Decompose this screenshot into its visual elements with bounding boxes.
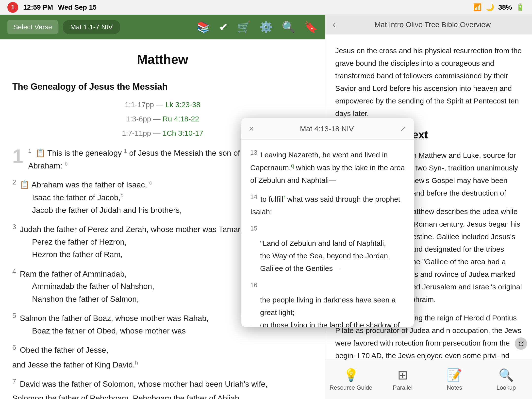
parallel-label: Parallel bbox=[393, 384, 413, 391]
library-icon[interactable]: 📚 bbox=[197, 21, 210, 33]
status-bar-left: 1 12:59 PM Wed Sep 15 bbox=[7, 2, 97, 13]
verse-6-block: 6 Obed the father of Jesse, and Jesse th… bbox=[12, 342, 313, 371]
bottom-tab-bar: 💡 Resource Guide ⊞ Parallel 📝 Notes 🔍 Lo… bbox=[325, 360, 532, 399]
verse-7-text: David was the father of Solomon, whose m… bbox=[20, 379, 267, 388]
popup-panel: × Mat 4:13-18 NIV ⤢ 13 Leaving Nazareth,… bbox=[241, 118, 414, 327]
popup-title: Mat 4:13-18 NIV bbox=[254, 125, 400, 133]
toolbar: Select Verse Mat 1:1-7 NIV 📚 ✔ 🛒 ⚙️ 🔍 🔖 bbox=[0, 15, 325, 39]
verse-3-text: Judah the father of Perez and Zerah, who… bbox=[20, 225, 242, 234]
popup-header: × Mat 4:13-18 NIV ⤢ bbox=[241, 118, 414, 140]
right-para-1: Jesus on the cross and his physical resu… bbox=[335, 44, 522, 120]
back-icon[interactable]: ‹ bbox=[333, 19, 336, 30]
notification-badge: 1 bbox=[7, 2, 18, 13]
popup-verse-15: 15 "Land of Zebulun and land of Naphtali… bbox=[250, 223, 405, 275]
verse-1-superscript: 1 bbox=[28, 148, 31, 154]
verse-5-num: 5 bbox=[12, 312, 16, 319]
bible-title: Matthew bbox=[12, 49, 313, 70]
status-bar: 1 12:59 PM Wed Sep 15 📶 🌙 38% 🔋 bbox=[0, 0, 532, 15]
bookmark-icon[interactable]: 🔖 bbox=[304, 21, 318, 33]
fn-d: d bbox=[120, 192, 123, 199]
verse-1-footnote: 1 bbox=[124, 148, 127, 154]
verse-1-fn-b: b bbox=[65, 161, 67, 167]
right-panel-title: Mat Intro Olive Tree Bible Overview bbox=[341, 20, 525, 29]
status-time: 12:59 PM bbox=[23, 3, 53, 11]
popup-v15-num: 15 bbox=[250, 225, 257, 232]
verse-6b-text: and Jesse the father of King David.h bbox=[12, 358, 313, 371]
status-date: Wed Sep 15 bbox=[58, 3, 97, 11]
popup-v14-num: 14 bbox=[250, 193, 257, 200]
verse-2-num: 2 bbox=[12, 178, 16, 186]
section-heading: The Genealogy of Jesus the Messiah bbox=[12, 80, 313, 94]
verse-7-block: 7 David was the father of Solomon, whose… bbox=[12, 376, 313, 399]
toolbar-reference[interactable]: Mat 1:1-7 NIV bbox=[63, 20, 120, 34]
search-icon[interactable]: 🔍 bbox=[282, 21, 295, 33]
verse-7-num: 7 bbox=[12, 378, 16, 385]
tab-notes[interactable]: 📝 Notes bbox=[429, 366, 480, 394]
cross-ref-1: 1:1-17pp — Lk 3:23-38 bbox=[12, 99, 313, 111]
popup-content: 13 Leaving Nazareth, he went and lived i… bbox=[241, 140, 414, 327]
battery-status: 38% bbox=[498, 3, 512, 11]
popup-v15-poetry: "Land of Zebulun and land of Naphtali, t… bbox=[260, 237, 405, 275]
chapter-number: 1 bbox=[12, 147, 23, 166]
wifi-icon: 📶 bbox=[473, 3, 482, 11]
notes-label: Notes bbox=[447, 384, 462, 391]
battery-icon: 🔋 bbox=[516, 3, 525, 11]
verse-6-num: 6 bbox=[12, 344, 16, 351]
tab-lookup[interactable]: 🔍 Lookup bbox=[480, 366, 532, 394]
popup-verse-13: 13 Leaving Nazareth, he went and lived i… bbox=[250, 147, 405, 186]
gear-icon[interactable]: ⚙️ bbox=[259, 21, 273, 33]
popup-v13-num: 13 bbox=[250, 149, 257, 156]
verse-6-text: Obed the father of Jesse, bbox=[20, 345, 108, 354]
tab-resource-guide[interactable]: 💡 Resource Guide bbox=[325, 366, 377, 394]
popup-verse-16: 16 the people living in darkness have se… bbox=[250, 280, 405, 327]
scroll-indicator[interactable]: ⊙ bbox=[515, 337, 527, 350]
verse-7b-text: Solomon the father of Rehoboam, Rehoboam… bbox=[12, 392, 313, 399]
cart-icon[interactable]: 🛒 bbox=[237, 21, 250, 33]
popup-v16-poetry: the people living in darkness have seen … bbox=[260, 294, 405, 327]
popup-v14-fn: r bbox=[283, 194, 285, 200]
bookmark-check-icon[interactable]: ✔ bbox=[219, 21, 228, 33]
lookup-label: Lookup bbox=[497, 384, 516, 391]
verse-3-num: 3 bbox=[12, 223, 16, 231]
verse-4-text: Ram the father of Amminadab, bbox=[20, 269, 127, 278]
cross-ref-link-2[interactable]: Ru 4:18-22 bbox=[163, 115, 199, 123]
status-bar-right: 📶 🌙 38% 🔋 bbox=[473, 3, 525, 11]
cross-ref-link-1[interactable]: Lk 3:23-38 bbox=[166, 100, 200, 109]
fn-h: h bbox=[135, 360, 138, 366]
verse-5-text: Salmon the father of Boaz, whose mother … bbox=[20, 314, 209, 322]
select-verse-button[interactable]: Select Verse bbox=[7, 20, 58, 34]
moon-icon: 🌙 bbox=[486, 3, 494, 11]
popup-v16-num: 16 bbox=[250, 281, 257, 289]
cross-ref-link-3[interactable]: 1Ch 3:10-17 bbox=[163, 129, 203, 137]
verse-2-text: Abraham was the father of Isaac, bbox=[32, 180, 149, 189]
verse-4-num: 4 bbox=[12, 267, 16, 275]
verse-1-text: This is the genealogy bbox=[47, 148, 124, 157]
tab-parallel[interactable]: ⊞ Parallel bbox=[377, 366, 429, 394]
verse-1-icon: 📋 bbox=[35, 148, 45, 157]
popup-close-button[interactable]: × bbox=[249, 124, 254, 133]
lookup-icon: 🔍 bbox=[499, 368, 514, 382]
right-panel-header: ‹ Mat Intro Olive Tree Bible Overview bbox=[325, 15, 532, 34]
parallel-icon: ⊞ bbox=[398, 368, 408, 382]
popup-verse-14: 14 to fulfillr what was said through the… bbox=[250, 191, 405, 218]
notes-icon: 📝 bbox=[447, 368, 462, 382]
popup-expand-button[interactable]: ⤢ bbox=[400, 124, 406, 133]
resource-guide-icon: 💡 bbox=[343, 368, 359, 382]
verse-2-fn-c: c bbox=[149, 180, 152, 186]
verse-2-icon: 📋 bbox=[20, 180, 30, 189]
popup-v14-text: to fulfill bbox=[260, 195, 283, 203]
toolbar-icons: 📚 ✔ 🛒 ⚙️ 🔍 🔖 bbox=[197, 21, 318, 33]
popup-v13-fn: q bbox=[291, 163, 294, 169]
resource-guide-label: Resource Guide bbox=[330, 384, 372, 391]
